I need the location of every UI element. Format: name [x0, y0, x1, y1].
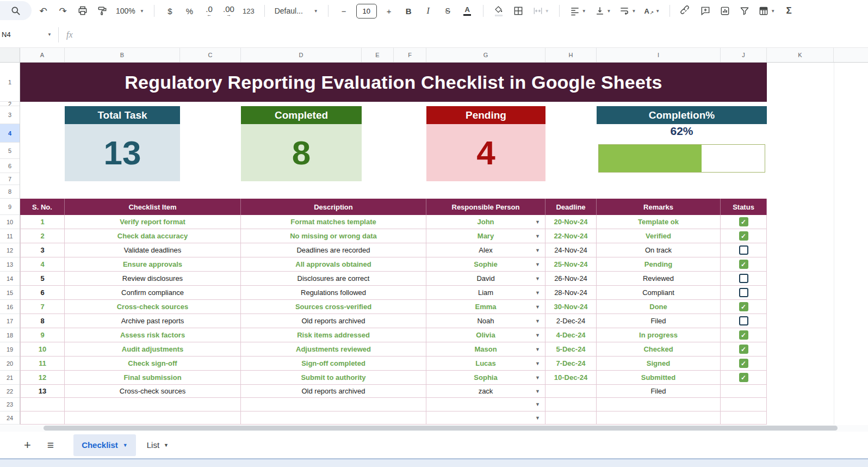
status-checkbox-unchecked[interactable] — [739, 274, 748, 283]
paint-format-button[interactable] — [95, 4, 109, 19]
row-header-10[interactable]: 10 — [0, 215, 20, 229]
cell-checklist-item[interactable]: Cross-check sources — [65, 385, 241, 398]
column-header-e[interactable]: E — [362, 48, 394, 62]
status-checkbox-checked[interactable]: ✓ — [739, 231, 748, 241]
status-checkbox-unchecked[interactable] — [739, 245, 748, 255]
completion-percent[interactable]: 62% — [597, 125, 767, 138]
empty-cell[interactable] — [545, 398, 597, 411]
cell-remarks[interactable]: Pending — [597, 257, 721, 272]
table-column-header-deadline[interactable]: Deadline — [545, 199, 597, 215]
summary-card-pending[interactable]: Pending4 — [426, 106, 545, 181]
fill-color-button[interactable] — [492, 4, 506, 19]
cell-description[interactable]: No missing or wrong data — [241, 229, 426, 243]
cell-deadline[interactable]: 7-Dec-24 — [545, 357, 597, 371]
text-color-button[interactable]: A — [460, 4, 475, 19]
cell-person[interactable]: zack▼ — [426, 385, 545, 398]
cell-person[interactable]: Emma▼ — [426, 300, 545, 314]
borders-button[interactable] — [511, 4, 526, 19]
row-header-13[interactable]: 13 — [0, 257, 20, 272]
empty-cell[interactable] — [65, 411, 241, 425]
cell-person[interactable]: Sophia▼ — [426, 371, 545, 385]
bold-button[interactable]: B — [401, 4, 416, 19]
cell-status[interactable]: ✓ — [721, 257, 767, 272]
tab-checklist[interactable]: Checklist ▼ — [73, 434, 136, 456]
italic-button[interactable]: I — [421, 4, 436, 19]
row-header-17[interactable]: 17 — [0, 314, 20, 328]
status-checkbox-checked[interactable]: ✓ — [739, 302, 748, 311]
empty-cell[interactable] — [241, 411, 426, 425]
print-button[interactable] — [75, 4, 90, 19]
person-dropdown-icon[interactable]: ▼ — [535, 276, 540, 281]
cell-deadline[interactable]: 25-Nov-24 — [545, 257, 597, 272]
cell-person[interactable]: Mason▼ — [426, 342, 545, 357]
empty-cell[interactable] — [721, 398, 767, 411]
person-dropdown-icon[interactable]: ▼ — [535, 262, 540, 267]
empty-cell[interactable] — [597, 398, 721, 411]
insert-table-button[interactable]: ▼ — [757, 4, 777, 19]
status-checkbox-checked[interactable]: ✓ — [739, 260, 748, 269]
horizontal-align-button[interactable]: ▼ — [568, 4, 588, 19]
cell-person[interactable]: Sophie▼ — [426, 257, 545, 272]
row-header-18[interactable]: 18 — [0, 328, 20, 342]
select-all-corner[interactable] — [0, 48, 20, 62]
row-header-14[interactable]: 14 — [0, 272, 20, 286]
row-header-3[interactable]: 3 — [0, 106, 20, 124]
decrease-font-size-button[interactable]: − — [337, 4, 351, 19]
row-header-24[interactable]: 24 — [0, 411, 20, 425]
cell-deadline[interactable]: 4-Dec-24 — [545, 328, 597, 342]
person-dropdown-icon[interactable]: ▼ — [535, 375, 540, 380]
cell-status[interactable] — [721, 272, 767, 286]
completion-card-header[interactable]: Completion% — [597, 106, 767, 124]
summary-card-total-task[interactable]: Total Task13 — [65, 106, 180, 181]
table-column-header-remarks[interactable]: Remarks — [597, 199, 721, 215]
person-dropdown-icon[interactable]: ▼ — [535, 415, 540, 421]
cell-sno[interactable]: 8 — [20, 314, 65, 328]
column-header-d[interactable]: D — [241, 48, 362, 62]
cell-description[interactable]: Format matches template — [241, 215, 426, 229]
zoom-dropdown[interactable]: 100% ▼ — [114, 4, 146, 19]
cell-deadline[interactable] — [545, 385, 597, 398]
cell-remarks[interactable]: On track — [597, 243, 721, 257]
cell-checklist-item[interactable]: Archive past reports — [65, 314, 241, 328]
row-header-7[interactable]: 7 — [0, 173, 20, 185]
font-size-input[interactable]: 10 — [356, 4, 377, 19]
cell-person[interactable]: Alex▼ — [426, 243, 545, 257]
person-dropdown-icon[interactable]: ▼ — [535, 361, 540, 366]
column-header-a[interactable]: A — [20, 48, 65, 62]
cell-checklist-item[interactable]: Final submission — [65, 371, 241, 385]
status-checkbox-checked[interactable]: ✓ — [739, 217, 748, 226]
text-rotation-button[interactable]: A↗ ▼ — [642, 4, 661, 19]
status-checkbox-checked[interactable]: ✓ — [739, 373, 748, 382]
empty-cell[interactable]: ▼ — [426, 398, 545, 411]
cell-deadline[interactable]: 5-Dec-24 — [545, 342, 597, 357]
row-header-11[interactable]: 11 — [0, 229, 20, 243]
person-dropdown-icon[interactable]: ▼ — [535, 219, 540, 225]
cell-status[interactable]: ✓ — [721, 342, 767, 357]
cell-person[interactable]: Lucas▼ — [426, 357, 545, 371]
row-header-16[interactable]: 16 — [0, 300, 20, 314]
cell-status[interactable]: ✓ — [721, 215, 767, 229]
cell-remarks[interactable]: Compliant — [597, 286, 721, 300]
tab-dropdown-icon[interactable]: ▼ — [123, 443, 128, 448]
cell-sno[interactable]: 3 — [20, 243, 65, 257]
row-header-8[interactable]: 8 — [0, 185, 20, 199]
cell-description[interactable]: Old reports archived — [241, 314, 426, 328]
row-header-19[interactable]: 19 — [0, 342, 20, 357]
empty-cell[interactable]: ▼ — [426, 411, 545, 425]
cell-status[interactable]: ✓ — [721, 371, 767, 385]
percent-format-button[interactable]: % — [182, 4, 197, 19]
person-dropdown-icon[interactable]: ▼ — [535, 248, 540, 253]
column-header-b[interactable]: B — [65, 48, 180, 62]
cell-deadline[interactable]: 30-Nov-24 — [545, 300, 597, 314]
cell-person[interactable]: Olivia▼ — [426, 328, 545, 342]
currency-format-button[interactable]: $ — [163, 4, 177, 19]
column-header-j[interactable]: J — [721, 48, 767, 62]
person-dropdown-icon[interactable]: ▼ — [535, 304, 540, 310]
cell-sno[interactable]: 10 — [20, 342, 65, 357]
cell-deadline[interactable]: 24-Nov-24 — [545, 243, 597, 257]
cell-sno[interactable]: 11 — [20, 357, 65, 371]
table-column-header-description[interactable]: Description — [241, 199, 426, 215]
cell-description[interactable]: Deadlines are recorded — [241, 243, 426, 257]
insert-comment-button[interactable] — [698, 4, 712, 19]
cell-remarks[interactable]: Verified — [597, 229, 721, 243]
